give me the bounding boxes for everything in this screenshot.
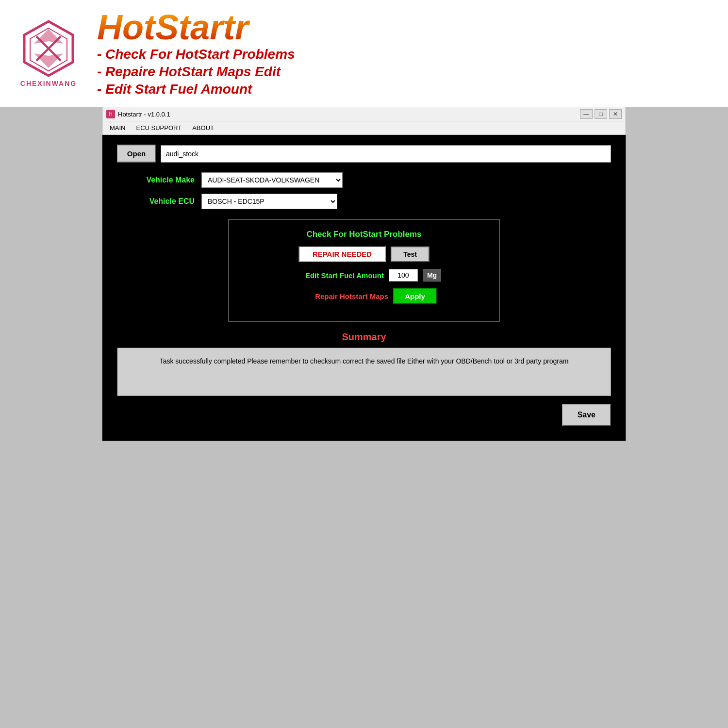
fuel-unit: Mg xyxy=(423,269,441,281)
banner: CHEXINWANG HotStartr - Check For HotStar… xyxy=(0,0,728,107)
panel-title: Check For HotStart Problems xyxy=(244,230,484,239)
vehicle-ecu-select[interactable]: BOSCH - EDC15P BOSCH - EDC16 BOSCH - ME7… xyxy=(201,194,337,209)
summary-box: Task successfully completed Please remem… xyxy=(117,347,611,396)
menu-about[interactable]: ABOUT xyxy=(187,122,219,133)
apply-button[interactable]: Apply xyxy=(393,288,437,304)
save-row: Save xyxy=(117,404,611,426)
title-bar-text: Hotstartr - v1.0.0.1 xyxy=(118,111,577,118)
fuel-row: Edit Start Fuel Amount Mg xyxy=(244,269,484,281)
logo-icon xyxy=(19,19,78,78)
banner-subtitle2: - Repaire HotStart Maps Edit xyxy=(97,64,295,80)
banner-subtitle3: - Edit Start Fuel Amount xyxy=(97,82,295,97)
vehicle-make-row: Vehicle Make AUDI-SEAT-SKODA-VOLKSWAGEN … xyxy=(117,172,611,188)
hotstart-panel: Check For HotStart Problems REPAIR NEEDE… xyxy=(228,219,500,322)
banner-title: HotStartr xyxy=(97,10,295,45)
vehicle-make-select[interactable]: AUDI-SEAT-SKODA-VOLKSWAGEN BMW MERCEDES … xyxy=(201,172,343,188)
repair-row: Repair Hotstart Maps Apply xyxy=(244,288,484,304)
open-button[interactable]: Open xyxy=(117,145,156,163)
minimize-button[interactable]: — xyxy=(580,109,593,119)
save-button[interactable]: Save xyxy=(562,404,611,426)
menu-bar: MAIN ECU SUPPORT ABOUT xyxy=(102,121,626,135)
maximize-button[interactable]: □ xyxy=(595,109,607,119)
brand-name: CHEXINWANG xyxy=(20,80,77,87)
application-window: H Hotstartr - v1.0.0.1 — □ ✕ MAIN ECU SU… xyxy=(102,107,626,441)
test-button[interactable]: Test xyxy=(391,247,430,262)
title-bar: H Hotstartr - v1.0.0.1 — □ ✕ xyxy=(102,107,626,121)
fuel-amount-input[interactable] xyxy=(389,269,418,281)
svg-marker-5 xyxy=(34,53,63,68)
summary-title: Summary xyxy=(117,331,611,343)
file-row: Open xyxy=(117,145,611,163)
logo-area: CHEXINWANG xyxy=(19,19,78,87)
repair-label: Repair Hotstart Maps xyxy=(291,292,388,300)
vehicle-make-label: Vehicle Make xyxy=(117,176,195,184)
close-button[interactable]: ✕ xyxy=(609,109,622,119)
svg-marker-4 xyxy=(34,29,63,44)
title-bar-controls: — □ ✕ xyxy=(580,109,622,119)
menu-ecu-support[interactable]: ECU SUPPORT xyxy=(131,122,187,133)
banner-text: HotStartr - Check For HotStart Problems … xyxy=(97,10,295,97)
banner-subtitle1: - Check For HotStart Problems xyxy=(97,47,295,62)
status-row: REPAIR NEEDED Test xyxy=(244,246,484,262)
menu-main[interactable]: MAIN xyxy=(104,122,131,133)
file-path-input[interactable] xyxy=(161,145,611,163)
main-content: Open Vehicle Make AUDI-SEAT-SKODA-VOLKSW… xyxy=(102,135,626,441)
status-box: REPAIR NEEDED xyxy=(298,246,386,262)
vehicle-ecu-label: Vehicle ECU xyxy=(117,197,195,206)
app-icon: H xyxy=(106,110,115,118)
vehicle-ecu-row: Vehicle ECU BOSCH - EDC15P BOSCH - EDC16… xyxy=(117,194,611,209)
fuel-label: Edit Start Fuel Amount xyxy=(287,271,384,280)
